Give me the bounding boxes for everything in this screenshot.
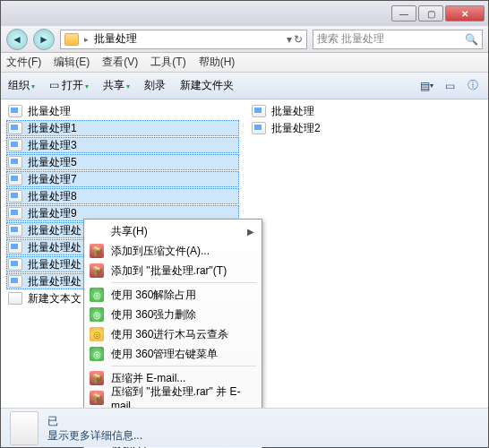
view-mode-icon[interactable]: ▤▾ xyxy=(418,78,434,94)
rar-icon xyxy=(90,391,104,405)
menu-item[interactable]: 使用 360进行木马云查杀 xyxy=(86,324,260,344)
menu-edit[interactable]: 编辑(E) xyxy=(54,55,90,70)
burn-button[interactable]: 刻录 xyxy=(144,78,166,93)
s360-icon xyxy=(90,347,104,361)
menubar: 文件(F) 编辑(E) 查看(V) 工具(T) 帮助(H) xyxy=(1,53,488,73)
menu-item[interactable]: 使用 360强力删除 xyxy=(86,305,260,324)
file-item[interactable]: 批量处理3 xyxy=(6,137,239,153)
file-name: 批量处理 xyxy=(28,104,71,119)
file-item[interactable]: 批量处理1 xyxy=(6,120,239,136)
file-name: 新建文本文 xyxy=(28,291,82,306)
file-name: 批量处理处 xyxy=(28,223,82,238)
address-bar[interactable]: ▸ 批量处理 ▾ ↻ xyxy=(60,30,307,49)
menu-item-label: 共享(H) xyxy=(111,224,148,239)
rar-icon xyxy=(90,371,104,385)
batch-file-icon xyxy=(8,139,22,151)
s360y-icon xyxy=(90,327,104,341)
menu-item-label: 使用 360管理右键菜单 xyxy=(111,347,218,362)
file-name: 批量处理处 xyxy=(28,274,82,289)
back-button[interactable]: ◄ xyxy=(6,29,28,50)
search-placeholder: 搜索 批量处理 xyxy=(317,31,384,47)
file-name: 批量处理5 xyxy=(28,155,77,170)
menu-file[interactable]: 文件(F) xyxy=(6,55,41,70)
batch-file-icon xyxy=(8,207,22,220)
forward-button[interactable]: ► xyxy=(33,29,55,50)
batch-file-icon xyxy=(8,241,22,254)
search-icon: 🔍 xyxy=(465,33,478,46)
details-subtitle[interactable]: 显示更多详细信息... xyxy=(47,428,142,443)
file-item[interactable]: 批量处理 xyxy=(6,103,239,119)
menu-item-label: 使用 360解除占用 xyxy=(111,288,196,303)
file-name: 批量处理2 xyxy=(271,121,321,136)
submenu-arrow-icon: ▶ xyxy=(247,227,254,237)
help-icon[interactable]: ⓘ xyxy=(465,78,481,94)
file-name: 批量处理处 xyxy=(28,257,82,272)
menu-item[interactable]: 使用 360解除占用 xyxy=(86,285,260,305)
rar-icon xyxy=(90,263,104,278)
file-name: 批量处理处 xyxy=(28,240,82,255)
menu-item[interactable]: 添加到 "批量处理.rar"(T) xyxy=(86,261,260,280)
menu-item-label: 添加到压缩文件(A)... xyxy=(111,244,210,259)
details-pane: 已 显示更多详细信息... xyxy=(1,408,488,447)
file-column-right: 批量处理批量处理2 xyxy=(244,99,488,409)
details-title: 已 xyxy=(47,414,142,428)
menu-item[interactable]: 压缩到 "批量处理.rar" 并 E-mail xyxy=(86,388,260,408)
menu-item-label: 使用 360强力删除 xyxy=(111,307,196,323)
file-item[interactable]: 批量处理7 xyxy=(6,171,239,187)
file-name: 批量处理 xyxy=(271,104,314,119)
rar-icon xyxy=(90,244,104,258)
preview-pane-icon[interactable]: ▭ xyxy=(442,78,458,94)
file-name: 批量处理9 xyxy=(28,206,77,221)
text-file-icon xyxy=(8,292,22,305)
file-name: 批量处理8 xyxy=(28,189,77,204)
file-item[interactable]: 批量处理8 xyxy=(6,188,239,204)
maximize-button[interactable]: ▢ xyxy=(418,5,443,22)
batch-file-icon xyxy=(8,224,22,237)
menu-item[interactable]: 添加到压缩文件(A)... xyxy=(86,241,260,261)
file-name: 批量处理3 xyxy=(28,138,77,153)
menu-item[interactable]: 共享(H)▶ xyxy=(86,221,260,241)
batch-file-icon xyxy=(8,190,22,202)
file-list-area: 批量处理批量处理1批量处理3批量处理5批量处理7批量处理8批量处理9批量处理处批… xyxy=(1,99,488,409)
s360-icon xyxy=(90,288,104,302)
minimize-button[interactable]: — xyxy=(391,5,416,22)
batch-file-icon xyxy=(252,105,266,117)
document-icon xyxy=(10,411,39,445)
search-input[interactable]: 搜索 批量处理 🔍 xyxy=(313,30,483,49)
menu-item-label: 使用 360进行木马云查杀 xyxy=(111,327,228,342)
batch-file-icon xyxy=(252,122,266,134)
menu-tools[interactable]: 工具(T) xyxy=(150,55,185,70)
file-name: 批量处理1 xyxy=(28,121,77,136)
refresh-icon[interactable]: ↻ xyxy=(294,33,303,46)
menu-separator xyxy=(111,366,256,366)
toolbar: 组织▾ ▭ 打开▾ 共享▾ 刻录 新建文件夹 ▤▾ ▭ ⓘ xyxy=(1,73,488,99)
close-button[interactable]: ✕ xyxy=(445,5,485,22)
menu-view[interactable]: 查看(V) xyxy=(102,55,138,70)
titlebar: — ▢ ✕ xyxy=(1,1,488,26)
address-text: 批量处理 xyxy=(94,31,137,47)
share-button[interactable]: 共享▾ xyxy=(103,78,130,93)
batch-file-icon xyxy=(8,156,22,168)
menu-help[interactable]: 帮助(H) xyxy=(199,55,236,70)
file-item[interactable]: 批量处理 xyxy=(250,103,483,119)
navbar: ◄ ► ▸ 批量处理 ▾ ↻ 搜索 批量处理 🔍 xyxy=(1,26,488,53)
chevron-right-icon: ▸ xyxy=(84,35,89,44)
file-name: 批量处理7 xyxy=(28,172,77,187)
menu-item[interactable]: 使用 360管理右键菜单 xyxy=(86,344,260,364)
s360-icon xyxy=(90,307,104,322)
address-dropdown-icon[interactable]: ▾ xyxy=(287,33,292,46)
open-button[interactable]: ▭ 打开▾ xyxy=(49,78,89,93)
batch-file-icon xyxy=(8,258,22,271)
batch-file-icon xyxy=(8,275,22,288)
file-item[interactable]: 批量处理2 xyxy=(250,120,483,136)
batch-file-icon xyxy=(8,105,22,117)
batch-file-icon xyxy=(8,122,22,134)
file-item[interactable]: 批量处理5 xyxy=(6,154,239,170)
menu-separator xyxy=(111,282,256,283)
newfolder-button[interactable]: 新建文件夹 xyxy=(180,78,234,93)
organize-button[interactable]: 组织▾ xyxy=(8,78,35,93)
menu-item-label: 添加到 "批量处理.rar"(T) xyxy=(111,263,227,279)
explorer-window: — ▢ ✕ ◄ ► ▸ 批量处理 ▾ ↻ 搜索 批量处理 🔍 文件(F) 编辑(… xyxy=(0,0,489,448)
batch-file-icon xyxy=(8,173,22,185)
folder-icon xyxy=(64,33,79,46)
